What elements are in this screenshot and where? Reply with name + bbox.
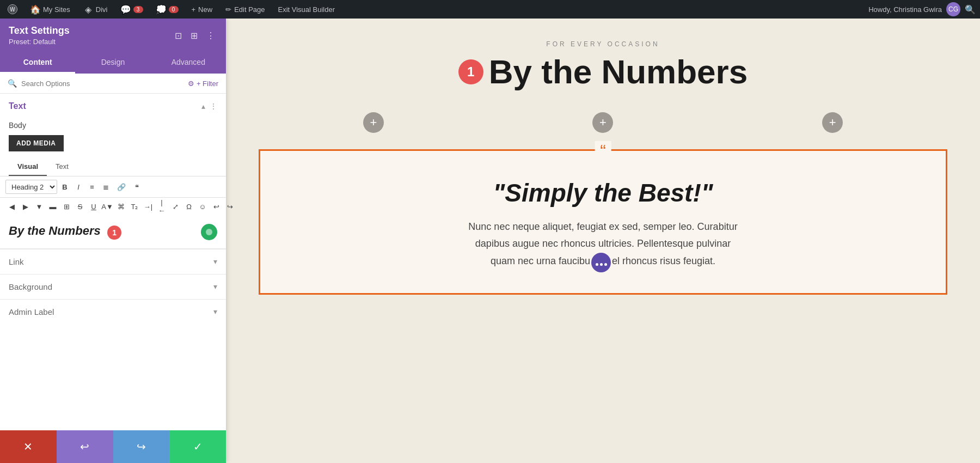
outdent-button[interactable]: |← — [155, 199, 168, 214]
link-chevron-icon — [213, 257, 217, 266]
italic-button[interactable]: I — [72, 180, 85, 194]
background-section-label: Background — [9, 282, 52, 291]
paste-button[interactable]: ⌘ — [114, 199, 127, 214]
font-color-button[interactable]: A▼ — [101, 199, 114, 214]
blockquote-button[interactable]: ❝ — [130, 180, 143, 194]
background-section[interactable]: Background — [0, 274, 226, 299]
fullscreen-button[interactable]: ⤢ — [169, 199, 182, 214]
filter-icon: ⚙ — [188, 80, 194, 88]
align-left-button[interactable]: ◀ — [5, 199, 19, 214]
bubble-badge: 0 — [169, 6, 179, 13]
comments-item[interactable]: 💬 3 — [118, 0, 146, 19]
heading-badge: 1 — [107, 226, 121, 240]
tab-text[interactable]: Text — [47, 158, 77, 176]
settings-title: Text Settings — [9, 25, 70, 36]
wordpress-icon-item[interactable]: W — [4, 0, 21, 19]
new-item[interactable]: + New — [188, 0, 216, 19]
minimize-icon[interactable]: ⊡ — [173, 28, 184, 43]
search-input[interactable] — [21, 80, 183, 88]
link-section-label: Link — [9, 257, 24, 266]
editor-tabs: Visual Text — [0, 158, 226, 176]
add-column-1-button[interactable]: + — [363, 112, 384, 133]
quote-body: Nunc nec neque aliquet, feugiat ex sed, … — [304, 218, 902, 271]
heading-text: By the Numbers — [9, 224, 101, 237]
settings-panel: Text Settings Preset: Default ⊡ ⊞ ⋮ Cont… — [0, 19, 226, 463]
subscript-button[interactable]: T₂ — [128, 199, 141, 214]
comment-icon: 💬 — [121, 4, 131, 14]
strikethrough-button[interactable]: S — [74, 199, 87, 214]
tab-visual[interactable]: Visual — [9, 158, 47, 176]
admin-label-section-label: Admin Label — [9, 307, 54, 316]
exit-label: Exit Visual Builder — [278, 5, 335, 14]
filter-button[interactable]: ⚙ + Filter — [188, 80, 218, 88]
more-options-icon[interactable]: ⋮ — [204, 28, 217, 43]
editor-toolbar-row2: ◀ ▶ ▼ ▬ ⊞ S U A▼ ⌘ T₂ →| |← ⤢ Ω ☺ ↩ ↪ — [0, 198, 226, 215]
cancel-button[interactable]: ✕ — [0, 430, 57, 463]
undo-history-button[interactable]: ↩ — [57, 430, 113, 463]
collapse-icon[interactable] — [201, 102, 205, 111]
expand-icon[interactable]: ⊞ — [188, 28, 200, 43]
unordered-list-button[interactable]: ≡ — [85, 180, 99, 194]
page-canvas: FOR EVERY OCCASION 1 By the Numbers + + … — [226, 19, 980, 463]
indent-button[interactable]: →| — [142, 199, 155, 214]
admin-label-section[interactable]: Admin Label — [0, 299, 226, 324]
edit-page-item[interactable]: ✏ Edit Page — [222, 0, 268, 19]
format-select[interactable]: Heading 2 Heading 1 Heading 3 Paragraph — [5, 180, 57, 194]
tab-content[interactable]: Content — [0, 52, 75, 74]
avatar[interactable]: CG — [946, 2, 960, 16]
plus-icon: + — [192, 5, 196, 14]
text-section-header[interactable]: Text ⋮ — [0, 94, 226, 119]
quote-box: “ "Simply the Best!" Nunc nec neque aliq… — [259, 149, 947, 295]
page-main-title: By the Numbers — [489, 53, 748, 90]
my-sites-label: My Sites — [43, 5, 70, 14]
search-bar: 🔍 ⚙ + Filter — [0, 74, 226, 94]
divi-item[interactable]: ◈ Divi — [80, 0, 111, 19]
underline-button[interactable]: U — [87, 199, 100, 214]
bubbles-item[interactable]: 💭 0 — [153, 0, 182, 19]
special-chars-button[interactable]: Ω — [182, 199, 195, 214]
wordpress-icon: W — [8, 4, 17, 14]
exit-visual-builder-item[interactable]: Exit Visual Builder — [275, 0, 339, 19]
undo-button[interactable]: ↩ — [210, 199, 223, 214]
emoji-button[interactable]: ☺ — [196, 199, 209, 214]
background-chevron-icon — [213, 282, 217, 291]
quote-mark: “ — [595, 141, 611, 161]
toolbar-group-format: B I ≡ ≣ 🔗 ❝ — [58, 180, 143, 194]
align-justify-button[interactable]: ▬ — [46, 199, 59, 214]
link-section[interactable]: Link — [0, 249, 226, 274]
section-more-icon[interactable]: ⋮ — [210, 102, 217, 111]
add-media-button[interactable]: ADD MEDIA — [9, 135, 64, 151]
confirm-button[interactable]: ✓ — [169, 430, 226, 463]
editor-content-area[interactable]: By the Numbers 1 — [0, 215, 226, 248]
settings-header: Text Settings Preset: Default ⊡ ⊞ ⋮ — [0, 19, 226, 52]
align-center-button[interactable]: ▶ — [19, 199, 32, 214]
search-icon[interactable]: 🔍 — [965, 4, 976, 15]
user-greeting: Howdy, Christina Gwira — [868, 5, 942, 14]
main-layout: Text Settings Preset: Default ⊡ ⊞ ⋮ Cont… — [0, 19, 980, 463]
tab-design[interactable]: Design — [75, 52, 150, 74]
page-title-badge: 1 — [458, 59, 483, 84]
ordered-list-button[interactable]: ≣ — [99, 180, 113, 194]
text-section: Text ⋮ Body ADD MEDIA Visual Text — [0, 94, 226, 249]
my-sites-item[interactable]: 🏠 My Sites — [27, 0, 74, 19]
quote-title: "Simply the Best!" — [304, 178, 902, 208]
align-right-button[interactable]: ▼ — [33, 199, 46, 214]
divi-label: Divi — [96, 5, 108, 14]
page-title-area: 1 By the Numbers — [259, 53, 947, 90]
columns-row: + + + — [259, 112, 947, 133]
add-column-3-button[interactable]: + — [822, 112, 843, 133]
redo-button[interactable]: ↪ — [223, 199, 236, 214]
text-section-icons: ⋮ — [201, 102, 217, 111]
add-column-2-button[interactable]: + — [592, 112, 613, 133]
bottom-buttons: ✕ ↩ ↪ ✓ — [0, 430, 226, 463]
admin-bar: W 🏠 My Sites ◈ Divi 💬 3 💭 0 + New ✏ Edit… — [0, 0, 980, 19]
link-button[interactable]: 🔗 — [113, 180, 130, 194]
table-button[interactable]: ⊞ — [60, 199, 73, 214]
editor-toolbar-row1: Heading 2 Heading 1 Heading 3 Paragraph … — [0, 176, 226, 198]
bold-button[interactable]: B — [58, 180, 71, 194]
svg-text:W: W — [10, 7, 15, 13]
home-icon: 🏠 — [30, 4, 40, 14]
redo-history-button[interactable]: ↪ — [113, 430, 170, 463]
tab-advanced[interactable]: Advanced — [151, 52, 226, 74]
pencil-icon: ✏ — [225, 5, 231, 14]
